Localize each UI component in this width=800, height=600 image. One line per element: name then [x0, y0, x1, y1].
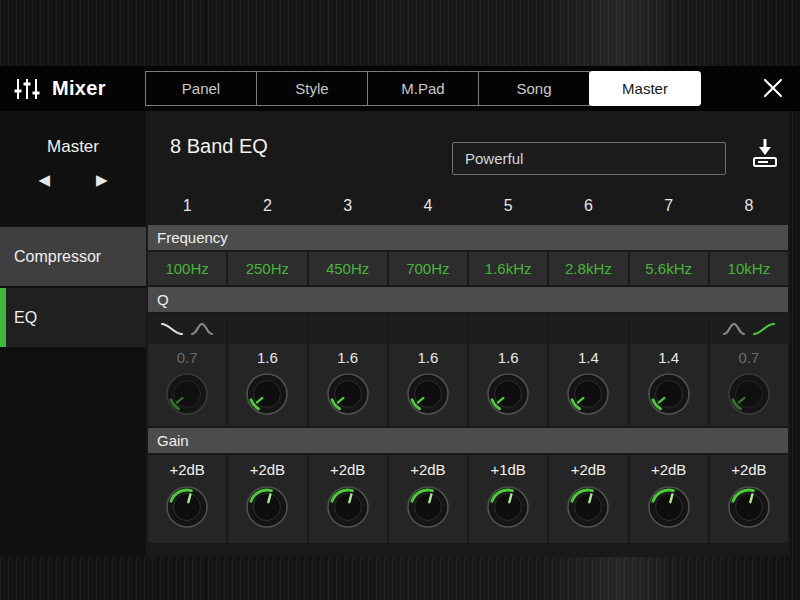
sidebar-item-compressor[interactable]: Compressor [0, 227, 146, 286]
q-value: 0.7 [738, 346, 759, 370]
frequency-value-band-5[interactable]: 1.6kHz [469, 252, 547, 285]
frequency-value-band-2[interactable]: 250Hz [228, 252, 306, 285]
frequency-value-band-8[interactable]: 10kHz [710, 252, 788, 285]
gain-band-1: +2dB [148, 455, 226, 543]
gain-band-6: +2dB [549, 455, 627, 543]
q-band-1: 0.7 [148, 314, 226, 426]
filter-mode-switch [228, 314, 306, 344]
title-bar: Mixer Panel Style M.Pad Song Master [0, 66, 800, 111]
section-label: Q [157, 291, 169, 308]
peak-curve-icon[interactable] [190, 320, 214, 338]
band-number: 5 [469, 193, 547, 219]
gain-value: +2dB [731, 457, 766, 483]
next-arrow-button[interactable]: ▶ [96, 172, 108, 187]
save-download-icon [748, 157, 782, 172]
tab-bar: Panel Style M.Pad Song Master [146, 71, 701, 106]
gain-knob[interactable] [727, 485, 771, 529]
sidebar: Master ◀ ▶ Compressor EQ [0, 111, 146, 557]
peak-curve-icon[interactable] [722, 320, 746, 338]
band-number-row: 1 2 3 4 5 6 7 8 [148, 193, 788, 219]
q-band-8: 0.7 [710, 314, 788, 426]
filter-mode-switch [549, 314, 627, 344]
frequency-section-header: Frequency [148, 225, 788, 250]
band-number: 6 [549, 193, 627, 219]
q-band-3: 1.6 [309, 314, 387, 426]
q-value: 0.7 [177, 346, 198, 370]
q-value: 1.6 [498, 346, 519, 370]
app-title: Mixer [52, 77, 106, 100]
filter-mode-switch [469, 314, 547, 344]
q-knob[interactable] [245, 372, 289, 416]
gain-value: +2dB [330, 457, 365, 483]
q-section-header: Q [148, 287, 788, 312]
gain-section-header: Gain [148, 428, 788, 453]
preset-name: Powerful [465, 150, 523, 167]
tab-panel[interactable]: Panel [145, 71, 257, 106]
frequency-value-band-3[interactable]: 450Hz [309, 252, 387, 285]
high-shelf-curve-icon[interactable] [752, 320, 776, 338]
filter-mode-switch [630, 314, 708, 344]
frequency-value-band-7[interactable]: 5.6kHz [630, 252, 708, 285]
band-number: 1 [148, 193, 226, 219]
q-value: 1.6 [337, 346, 358, 370]
q-knob[interactable] [165, 372, 209, 416]
tab-song[interactable]: Song [478, 71, 590, 106]
q-value: 1.6 [417, 346, 438, 370]
q-knob[interactable] [566, 372, 610, 416]
gain-knob[interactable] [566, 485, 610, 529]
gain-band-2: +2dB [228, 455, 306, 543]
sidebar-pager: ◀ ▶ [0, 172, 146, 187]
q-value: 1.4 [658, 346, 679, 370]
gain-value: +2dB [651, 457, 686, 483]
frequency-value-band-6[interactable]: 2.8kHz [549, 252, 627, 285]
q-knob[interactable] [406, 372, 450, 416]
section-label: Gain [157, 432, 189, 449]
q-row: 0.7 1.6 1.6 1.6 [148, 314, 788, 426]
gain-value: +2dB [410, 457, 445, 483]
gain-knob[interactable] [245, 485, 289, 529]
q-band-6: 1.4 [549, 314, 627, 426]
prev-arrow-button[interactable]: ◀ [38, 172, 50, 187]
q-knob[interactable] [486, 372, 530, 416]
gain-knob[interactable] [486, 485, 530, 529]
close-x-icon [762, 87, 784, 102]
eq-panel: 8 Band EQ Powerful 1 2 3 [146, 111, 790, 557]
tab-style[interactable]: Style [256, 71, 368, 106]
q-knob[interactable] [326, 372, 370, 416]
frequency-value-band-4[interactable]: 700Hz [389, 252, 467, 285]
frequency-value-band-1[interactable]: 100Hz [148, 252, 226, 285]
q-band-7: 1.4 [630, 314, 708, 426]
gain-knob[interactable] [326, 485, 370, 529]
content-area: Master ◀ ▶ Compressor EQ 8 Band EQ Power… [0, 111, 790, 557]
gain-band-8: +2dB [710, 455, 788, 543]
screen: Mixer Panel Style M.Pad Song Master Mast… [0, 0, 800, 600]
gain-knob[interactable] [406, 485, 450, 529]
band-number: 4 [389, 193, 467, 219]
frequency-row: 100Hz 250Hz 450Hz 700Hz 1.6kHz 2.8kHz 5.… [148, 252, 788, 285]
q-knob[interactable] [727, 372, 771, 416]
gain-knob[interactable] [647, 485, 691, 529]
sidebar-item-eq[interactable]: EQ [0, 288, 146, 347]
filter-mode-switch [389, 314, 467, 344]
q-band-5: 1.6 [469, 314, 547, 426]
low-shelf-curve-icon[interactable] [160, 320, 184, 338]
q-knob[interactable] [647, 372, 691, 416]
gain-value: +2dB [250, 457, 285, 483]
q-band-4: 1.6 [389, 314, 467, 426]
band-number: 3 [309, 193, 387, 219]
band-number: 2 [228, 193, 306, 219]
close-button[interactable] [762, 77, 784, 102]
sidebar-item-label: Compressor [14, 248, 101, 266]
band-number: 7 [630, 193, 708, 219]
save-button[interactable] [748, 137, 782, 172]
preset-selector[interactable]: Powerful [452, 142, 726, 175]
filter-mode-switch [309, 314, 387, 344]
filter-mode-switch [710, 314, 788, 344]
gain-knob[interactable] [165, 485, 209, 529]
sidebar-group-label: Master [0, 137, 146, 157]
q-value: 1.4 [578, 346, 599, 370]
tab-master[interactable]: Master [589, 71, 701, 106]
gain-band-7: +2dB [630, 455, 708, 543]
page-title: 8 Band EQ [170, 135, 268, 158]
tab-mpad[interactable]: M.Pad [367, 71, 479, 106]
